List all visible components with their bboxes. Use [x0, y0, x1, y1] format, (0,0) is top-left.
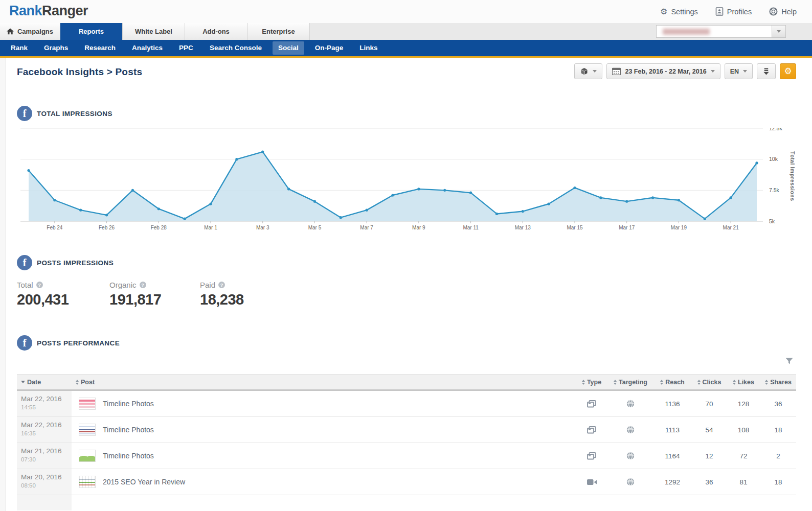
table-row[interactable]: Mar 22, 2016 14:55 Timeline Photos	[17, 391, 796, 417]
language-label: EN	[730, 68, 739, 75]
stat-organic-label: Organic	[109, 281, 137, 289]
total-impressions-chart[interactable]: 5k7.5k10k12.5kFeb 24Feb 26Feb 28Mar 1Mar…	[20, 128, 798, 231]
post-cell[interactable]: 2015 SEO Year in Review	[72, 469, 575, 495]
subnav-item-social[interactable]: Social	[273, 41, 304, 55]
filter-icon[interactable]	[785, 358, 793, 364]
subnav-item-analytics[interactable]: Analytics	[126, 41, 168, 55]
svg-text:10k: 10k	[769, 156, 778, 162]
tab-enterprise[interactable]: Enterprise	[247, 23, 310, 40]
help-tooltip-icon[interactable]: ?	[140, 282, 146, 288]
total-impressions-title: TOTAL IMPRESSIONS	[37, 110, 112, 118]
reach-value: 1113	[653, 426, 692, 434]
svg-text:Mar 3: Mar 3	[256, 225, 269, 230]
column-header-targeting[interactable]: Targeting	[608, 379, 653, 386]
svg-text:Mar 13: Mar 13	[515, 225, 531, 230]
column-header-clicks-label: Clicks	[703, 379, 721, 386]
date-range-picker[interactable]: 23 Feb, 2016 - 22 Mar, 2016	[606, 63, 720, 79]
chart-y-axis-title: Total Impressions	[790, 151, 796, 201]
likes-value: 81	[727, 478, 760, 486]
column-header-type-label: Type	[587, 379, 601, 386]
table-row[interactable]: Mar 20, 2016 08:50 2015 SEO Year in Revi…	[17, 469, 796, 495]
column-header-date-label: Date	[27, 379, 41, 386]
date-cell	[17, 495, 72, 510]
photo-type-icon	[587, 426, 596, 434]
date-cell: Mar 20, 2016 08:50	[17, 469, 72, 495]
shares-value: 18	[760, 478, 796, 486]
column-header-clicks[interactable]: Clicks	[692, 379, 727, 386]
svg-text:Mar 7: Mar 7	[360, 225, 373, 230]
tab-white-label[interactable]: White Label	[123, 23, 185, 40]
svg-text:Mar 11: Mar 11	[463, 225, 479, 230]
table-row[interactable]: Mar 21, 2016 07:30 Timeline Photos	[17, 443, 796, 469]
post-cell[interactable]: Timeline Photos	[72, 391, 575, 416]
language-selector[interactable]: EN	[725, 63, 753, 79]
column-header-likes[interactable]: Likes	[727, 379, 760, 386]
sort-icon	[76, 380, 79, 385]
tab-reports-label: Reports	[79, 28, 104, 35]
table-row[interactable]: Mar 22, 2016 16:35 Timeline Photos	[17, 417, 796, 443]
help-link[interactable]: Help	[769, 7, 797, 16]
post-time: 07:30	[21, 456, 72, 462]
settings-label: Settings	[671, 8, 697, 16]
stat-paid-value: 18,238	[200, 291, 292, 308]
download-button[interactable]	[757, 63, 776, 79]
column-header-date[interactable]: Date	[17, 379, 72, 386]
rankranger-logo[interactable]: RankRanger	[9, 3, 88, 19]
sort-icon	[765, 380, 768, 385]
help-tooltip-icon[interactable]: ?	[36, 282, 43, 288]
reach-value: 1136	[653, 400, 692, 408]
post-thumbnail	[79, 398, 96, 410]
header-links: ⚙ Settings Profiles Help	[660, 0, 797, 23]
column-header-post[interactable]: Post	[72, 379, 575, 386]
post-cell[interactable]: Timeline Photos	[72, 417, 575, 443]
campaign-selector[interactable]	[656, 25, 786, 38]
clicks-value: 54	[692, 426, 727, 434]
campaign-selector-dropdown-button[interactable]	[772, 26, 785, 37]
date-cell: Mar 22, 2016 14:55	[17, 391, 72, 416]
cube-icon	[580, 67, 589, 76]
page-head: Facebook Insights > Posts	[17, 58, 812, 79]
sort-desc-icon	[21, 381, 25, 383]
subnav-item-links[interactable]: Links	[354, 41, 383, 55]
profiles-link[interactable]: Profiles	[715, 7, 752, 16]
logo-part-rank: Rank	[9, 3, 42, 18]
logo-part-ranger: Ranger	[42, 3, 88, 18]
column-header-reach[interactable]: Reach	[653, 379, 692, 386]
targeting-cell	[608, 452, 653, 460]
post-cell[interactable]: Timeline Photos	[72, 443, 575, 469]
post-title: Timeline Photos	[103, 452, 154, 460]
help-tooltip-icon[interactable]: ?	[218, 282, 225, 288]
subnav-item-rank[interactable]: Rank	[5, 41, 33, 55]
column-header-type[interactable]: Type	[575, 379, 608, 386]
report-settings-button[interactable]: ⚙	[780, 63, 796, 79]
settings-link[interactable]: ⚙ Settings	[660, 8, 698, 16]
export-package-button[interactable]	[574, 63, 602, 79]
subnav-item-search-console[interactable]: Search Console	[204, 41, 267, 55]
stat-total: Total ? 200,431	[17, 281, 109, 308]
date-cell: Mar 22, 2016 16:35	[17, 417, 72, 443]
sort-icon	[614, 380, 617, 385]
shares-value: 2	[760, 452, 796, 460]
post-type-icon	[575, 452, 608, 460]
post-type-icon	[575, 426, 608, 434]
subnav-item-ppc[interactable]: PPC	[173, 41, 199, 55]
column-header-likes-label: Likes	[738, 379, 754, 386]
calendar-icon	[612, 67, 621, 75]
targeting-cell	[608, 426, 653, 434]
column-header-shares[interactable]: Shares	[760, 379, 796, 386]
tab-campaigns[interactable]: Campaigns	[0, 23, 60, 40]
subnav-item-graphs[interactable]: Graphs	[38, 41, 74, 55]
subnav-item-on-page[interactable]: On-Page	[309, 41, 349, 55]
tab-reports[interactable]: Reports	[60, 23, 123, 40]
post-time: 14:55	[21, 404, 72, 410]
sort-icon	[660, 380, 663, 385]
post-time: 16:35	[21, 430, 72, 436]
stat-total-label-row: Total ?	[17, 281, 109, 289]
top-header: RankRanger ⚙ Settings Profiles	[0, 0, 812, 23]
post-type-icon	[575, 479, 608, 485]
tab-add-ons[interactable]: Add-ons	[185, 23, 247, 40]
subnav-item-research[interactable]: Research	[79, 41, 121, 55]
posts-impressions-stats: Total ? 200,431 Organic ? 191,817 Paid ?…	[17, 281, 812, 308]
column-header-shares-label: Shares	[770, 379, 792, 386]
left-gutter	[0, 58, 6, 511]
